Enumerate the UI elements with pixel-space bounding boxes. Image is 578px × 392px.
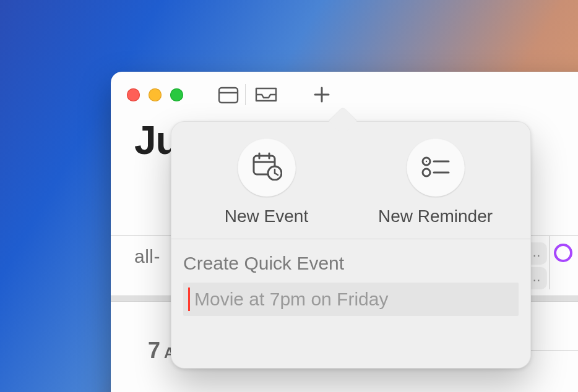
calendar-window: Ju all- .. .. 7AM (111, 72, 578, 392)
new-event-label: New Event (225, 207, 308, 226)
hour-number: 7 (148, 338, 160, 363)
day-divider (549, 236, 550, 289)
fullscreen-window-button[interactable] (170, 88, 183, 101)
new-event-icon-circle (238, 138, 296, 197)
add-popover: New Event New Reminder (171, 121, 531, 369)
svg-point-12 (425, 161, 426, 162)
new-reminder-icon-circle (407, 138, 465, 197)
popover-type-row: New Event New Reminder (171, 121, 531, 239)
reminders-list-icon (420, 154, 451, 181)
plus-icon (313, 86, 330, 103)
add-toolbar-button[interactable] (305, 82, 339, 107)
quick-event-field[interactable] (183, 283, 519, 316)
calendars-toolbar-button[interactable] (212, 82, 245, 107)
quick-event-heading: Create Quick Event (183, 253, 519, 274)
inbox-icon (254, 86, 278, 103)
calendar-icon (218, 85, 239, 104)
new-event-button[interactable]: New Event (182, 138, 351, 226)
text-caret (188, 288, 190, 311)
allday-label: all- (134, 246, 160, 267)
new-reminder-label: New Reminder (378, 207, 493, 226)
calendar-clock-icon (251, 152, 282, 183)
event-ring[interactable] (554, 244, 572, 262)
window-controls (127, 88, 183, 101)
svg-rect-0 (219, 88, 238, 103)
svg-point-14 (423, 169, 430, 176)
toolbar-divider (245, 84, 246, 105)
inbox-toolbar-button[interactable] (249, 82, 283, 107)
new-reminder-button[interactable]: New Reminder (351, 138, 520, 226)
quick-event-input[interactable] (183, 283, 519, 316)
popover-quick-section: Create Quick Event (171, 239, 531, 316)
close-window-button[interactable] (127, 88, 140, 101)
minimize-window-button[interactable] (149, 88, 162, 101)
